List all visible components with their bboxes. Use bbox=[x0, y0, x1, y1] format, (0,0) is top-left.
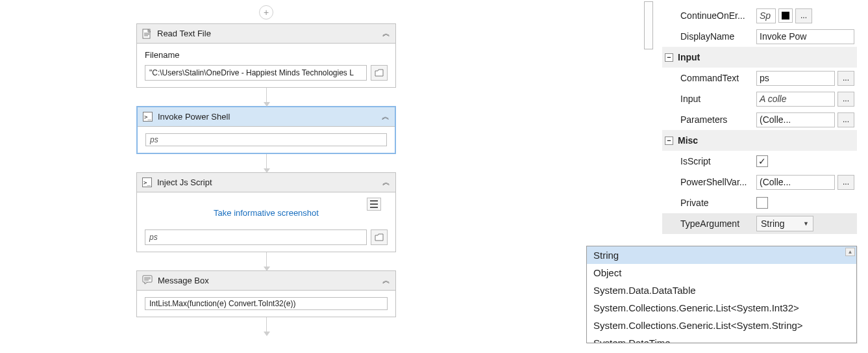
private-checkbox[interactable] bbox=[756, 197, 768, 209]
powershell-var-input[interactable]: (Colle... bbox=[756, 175, 835, 190]
prop-label: Private bbox=[662, 192, 756, 213]
messagebox-input[interactable]: IntList.Max(function(e) Convert.ToInt32(… bbox=[145, 297, 388, 310]
chevron-down-icon: ▼ bbox=[803, 220, 809, 227]
collapse-icon[interactable]: − bbox=[665, 137, 673, 145]
edit-expression-button[interactable]: ... bbox=[837, 112, 854, 127]
collapse-icon[interactable]: ︽ bbox=[382, 111, 390, 122]
dropdown-item[interactable]: System.Collections.Generic.List<System.S… bbox=[587, 317, 856, 334]
document-icon bbox=[142, 29, 152, 39]
input-field[interactable]: A colle bbox=[756, 92, 835, 107]
add-activity-button[interactable]: + bbox=[259, 5, 273, 20]
powershell-input[interactable]: ps bbox=[145, 133, 387, 146]
prop-display-name: DisplayName Invoke Pow bbox=[662, 26, 857, 47]
connector-arrow bbox=[266, 154, 267, 172]
prop-label: PowerShellVar... bbox=[662, 172, 756, 192]
activity-header[interactable]: >_ Inject Js Script ︽ bbox=[137, 173, 395, 192]
activity-title: Invoke Power Shell bbox=[158, 112, 377, 122]
prop-input: Input A colle ... bbox=[662, 88, 857, 109]
activity-invoke-power-shell[interactable]: >_ Invoke Power Shell ︽ ps bbox=[136, 106, 396, 154]
display-name-input[interactable]: Invoke Pow bbox=[756, 29, 854, 44]
dropdown-item[interactable]: Object bbox=[587, 264, 856, 281]
collapse-icon[interactable]: ︽ bbox=[382, 28, 390, 39]
prop-label: ContinueOnEr... bbox=[662, 5, 756, 26]
connector-arrow bbox=[266, 88, 267, 106]
properties-panel: ContinueOnEr... Sp ... DisplayName Invok… bbox=[662, 0, 857, 234]
prop-label: DisplayName bbox=[662, 26, 756, 47]
dropdown-item[interactable]: System.Collections.Generic.List<System.I… bbox=[587, 299, 856, 317]
folder-icon bbox=[375, 69, 384, 77]
continue-on-error-input[interactable]: Sp bbox=[756, 8, 776, 23]
prop-powershell-var: PowerShellVar... (Colle... ... bbox=[662, 172, 857, 192]
prop-private: Private bbox=[662, 192, 857, 213]
take-screenshot-link[interactable]: Take informative screenshot bbox=[145, 208, 388, 218]
connector-arrow bbox=[266, 317, 267, 335]
scrollbar[interactable] bbox=[641, 0, 656, 52]
activity-title: Read Text File bbox=[157, 29, 377, 38]
edit-expression-button[interactable]: ... bbox=[837, 71, 854, 86]
prop-is-script: IsScript ✓ bbox=[662, 151, 857, 172]
activity-title: Inject Js Script bbox=[157, 177, 377, 187]
dropdown-item[interactable]: String bbox=[587, 246, 856, 264]
collapse-icon[interactable]: − bbox=[665, 53, 673, 62]
message-icon bbox=[142, 275, 153, 286]
activity-inject-js-script[interactable]: >_ Inject Js Script ︽ Take informative s… bbox=[136, 172, 396, 252]
activity-header[interactable]: Read Text File ︽ bbox=[137, 24, 395, 44]
activity-header[interactable]: >_ Invoke Power Shell ︽ bbox=[138, 107, 395, 127]
type-argument-select[interactable]: String ▼ bbox=[756, 216, 813, 231]
command-text-input[interactable]: ps bbox=[756, 71, 835, 86]
continue-on-error-state[interactable] bbox=[778, 8, 793, 23]
parameters-input[interactable]: (Colle... bbox=[756, 112, 835, 127]
section-input[interactable]: −Input bbox=[662, 47, 857, 68]
dropdown-list: String Object System.Data.DataTable Syst… bbox=[587, 246, 856, 343]
activity-message-box[interactable]: Message Box ︽ IntList.Max(function(e) Co… bbox=[136, 270, 396, 317]
edit-expression-button[interactable]: ... bbox=[837, 92, 854, 107]
is-script-checkbox[interactable]: ✓ bbox=[756, 155, 768, 167]
options-menu-button[interactable] bbox=[367, 198, 381, 211]
dropdown-item[interactable]: System.Data.DataTable bbox=[587, 281, 856, 299]
collapse-icon[interactable]: ︽ bbox=[382, 275, 390, 286]
prop-command-text: CommandText ps ... bbox=[662, 68, 857, 88]
prop-label: Input bbox=[662, 88, 756, 109]
browse-button[interactable] bbox=[371, 65, 388, 81]
prop-label: Parameters bbox=[662, 109, 756, 130]
connector-arrow bbox=[266, 252, 267, 270]
browse-button[interactable] bbox=[371, 229, 388, 245]
designer-canvas[interactable]: + Read Text File ︽ Filename "C:\Users\St… bbox=[0, 0, 597, 353]
collapse-icon[interactable]: ︽ bbox=[382, 177, 390, 188]
type-argument-dropdown: ▲ String Object System.Data.DataTable Sy… bbox=[586, 246, 857, 343]
edit-expression-button[interactable]: ... bbox=[795, 8, 812, 23]
edit-expression-button[interactable]: ... bbox=[837, 175, 854, 190]
activity-read-text-file[interactable]: Read Text File ︽ Filename "C:\Users\Stal… bbox=[136, 23, 396, 88]
powershell-icon: >_ bbox=[143, 112, 153, 122]
prop-parameters: Parameters (Colle... ... bbox=[662, 109, 857, 130]
dropdown-item[interactable]: System.DateTime bbox=[587, 334, 856, 343]
activity-header[interactable]: Message Box ︽ bbox=[137, 271, 395, 291]
filename-label: Filename bbox=[145, 50, 388, 60]
prop-label: CommandText bbox=[662, 68, 756, 88]
section-misc[interactable]: −Misc bbox=[662, 130, 857, 151]
folder-icon bbox=[375, 233, 384, 241]
prop-label: TypeArgument bbox=[662, 213, 756, 234]
scrollbar-thumb[interactable] bbox=[644, 1, 653, 49]
prop-continue-on-error: ContinueOnEr... Sp ... bbox=[662, 5, 857, 26]
scroll-up-button[interactable]: ▲ bbox=[845, 248, 855, 256]
terminal-icon: >_ bbox=[142, 177, 152, 187]
prop-type-argument: TypeArgument String ▼ bbox=[662, 213, 857, 234]
filename-input[interactable]: "C:\Users\Stalin\OneDrive - Happiest Min… bbox=[145, 65, 367, 81]
js-input[interactable]: ps bbox=[145, 229, 367, 245]
activity-title: Message Box bbox=[158, 276, 377, 285]
prop-label: IsScript bbox=[662, 151, 756, 172]
